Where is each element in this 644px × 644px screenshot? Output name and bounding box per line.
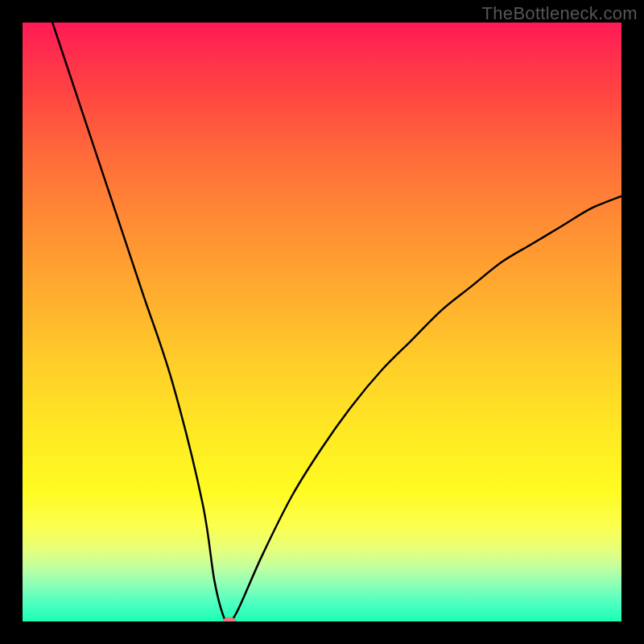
optimum-marker <box>223 617 236 621</box>
plot-area <box>23 23 621 621</box>
watermark-text: TheBottleneck.com <box>482 3 638 24</box>
chart-frame: TheBottleneck.com <box>0 0 644 644</box>
bottleneck-curve <box>23 23 621 621</box>
